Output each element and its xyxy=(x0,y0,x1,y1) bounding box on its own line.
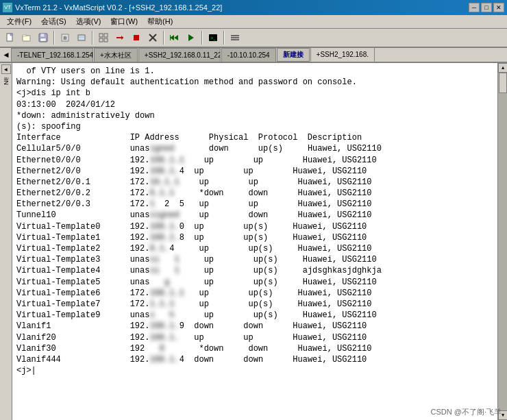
term-line-14: Virtual-Template1 192.168.1.8 up up(s) H… xyxy=(16,232,493,243)
term-line-8: Ethernet2/0/0 192.168.1.4 up up Huawei, … xyxy=(16,166,493,177)
open-button[interactable] xyxy=(19,30,34,45)
term-line-11: Ethernet2/0/0.3 172.1 2 5 up up Huawei, … xyxy=(16,199,493,210)
svg-marker-15 xyxy=(121,36,123,40)
maximize-button[interactable]: □ xyxy=(481,3,492,12)
scroll-thumb[interactable] xyxy=(499,73,507,93)
term-line-0: of VTY users on line is 1. xyxy=(16,66,493,77)
title-bar: VT VxTerm 21.2 - VxMatScript V0.2 - [+SS… xyxy=(0,0,507,15)
term-line-4: *down: administratively down xyxy=(16,110,493,121)
svg-rect-4 xyxy=(40,34,45,37)
tab-10-10[interactable]: -10.10.10.254 xyxy=(221,48,276,62)
tab-ssh2-011[interactable]: +SSH2_192.168.0.11_22(0) xyxy=(138,48,221,62)
tab-shuimu[interactable]: +水木社区 xyxy=(94,48,138,62)
term-line-16: Virtual-Template3 unassi 1 up up(s) Huaw… xyxy=(16,254,493,265)
toolbar-sep-4 xyxy=(201,31,203,45)
sidebar-label[interactable]: iIN xyxy=(3,77,10,85)
menu-options[interactable]: 选项(V) xyxy=(72,16,106,28)
term-line-23: Vlanif20 192.168.1. up up Huawei, USG211… xyxy=(16,332,493,343)
svg-rect-13 xyxy=(104,38,108,42)
term-line-9: Ethernet2/0/0.1 172.16.1.1 up up Huawei,… xyxy=(16,177,493,188)
term-line-10: Ethernet2/0/0.2 172.6.1.1 *down down Hua… xyxy=(16,188,493,199)
title-controls: ─ □ ✕ xyxy=(469,3,504,12)
tab-new-conn[interactable]: 新建接 xyxy=(277,48,310,62)
toolbar-stop[interactable] xyxy=(129,30,144,45)
term-line-1: Warning: Using default authentication me… xyxy=(16,77,493,88)
term-line-prompt: <j>| xyxy=(16,365,493,376)
menu-window[interactable]: 窗口(W) xyxy=(106,16,142,28)
term-line-15: Virtual-Template2 192.8.1.4 up up(s) Hua… xyxy=(16,243,493,254)
svg-rect-8 xyxy=(78,35,85,40)
toolbar-grid-btn[interactable] xyxy=(96,30,111,45)
svg-rect-27 xyxy=(231,39,239,40)
svg-rect-26 xyxy=(231,37,239,38)
term-line-17: Virtual-Template4 unassi 1 up up(s) ajds… xyxy=(16,265,493,276)
term-line-12: Tunnel10 unassigned up down Huawei, USG2… xyxy=(16,210,493,221)
svg-marker-22 xyxy=(188,34,194,41)
term-line-2: <j>dis ip int b xyxy=(16,88,493,99)
app-icon: VT xyxy=(3,3,12,12)
svg-rect-5 xyxy=(40,38,46,41)
term-line-22: Vlanif1 192.168.1.9 down down Huawei, US… xyxy=(16,321,493,332)
term-line-header: Interface IP Address Physical Protocol D… xyxy=(16,132,493,143)
toolbar-sep-3 xyxy=(163,31,164,45)
svg-rect-2 xyxy=(23,35,26,36)
scroll-track[interactable] xyxy=(498,73,507,410)
save-button[interactable] xyxy=(36,30,51,45)
svg-text:⊞: ⊞ xyxy=(64,35,67,41)
window-title: VxTerm 21.2 - VxMatScript V0.2 - [+SSH2_… xyxy=(15,3,222,12)
svg-rect-21 xyxy=(170,35,171,40)
toolbar-sep-1 xyxy=(53,31,55,45)
sidebar-arrow-up[interactable]: ◄ xyxy=(1,64,11,74)
svg-rect-12 xyxy=(99,38,103,42)
term-line-25: Vlanif444 192.168.1.4 down down Huawei, … xyxy=(16,354,493,365)
svg-marker-19 xyxy=(174,35,178,40)
term-line-13: Virtual-Template0 192.168.1.0 up up(s) H… xyxy=(16,221,493,232)
tab-telnet[interactable]: -TELNET_192.168.1.254_23(0) xyxy=(11,48,93,62)
toolbar-sep-2 xyxy=(92,31,93,45)
main-area: ◄ iIN of VTY users on line is 1. Warning… xyxy=(0,63,507,420)
svg-text:>_: >_ xyxy=(210,36,217,41)
svg-rect-25 xyxy=(231,35,239,36)
toolbar: ⊞ >_ xyxy=(0,29,507,48)
new-button[interactable] xyxy=(3,30,18,45)
close-button[interactable]: ✕ xyxy=(493,3,504,12)
svg-rect-11 xyxy=(104,34,108,37)
term-line-21: Virtual-Template9 unass h up up(s) Huawe… xyxy=(16,310,493,321)
term-line-20: Virtual-Template7 172.1.1.1 up up(s) Hua… xyxy=(16,299,493,310)
toolbar-btn-b[interactable] xyxy=(74,30,89,45)
toolbar-btn-a[interactable]: ⊞ xyxy=(58,30,73,45)
term-line-24: Vlanif30 192 8 *down down Huawei, USG211… xyxy=(16,343,493,354)
minimize-button[interactable]: ─ xyxy=(469,3,480,12)
menu-help[interactable]: 帮助(H) xyxy=(143,16,177,28)
term-line-5: (s): spoofing xyxy=(16,121,493,132)
toolbar-play[interactable] xyxy=(184,30,199,45)
toolbar-disconnect[interactable] xyxy=(112,30,127,45)
svg-rect-16 xyxy=(134,35,139,40)
toolbar-terminal[interactable]: >_ xyxy=(206,30,221,45)
terminal-area[interactable]: of VTY users on line is 1. Warning: Usin… xyxy=(12,63,497,420)
term-line-19: Virtual-Template6 172.168.1.1 up up(s) H… xyxy=(16,288,493,299)
left-sidebar: ◄ iIN xyxy=(0,63,12,420)
term-line-7: Ethernet0/0/0 192.168.1.1 up up Huawei, … xyxy=(16,155,493,166)
menu-bar: 文件(F) 会话(S) 选项(V) 窗口(W) 帮助(H) xyxy=(0,15,507,29)
term-line-3: 03:13:00 2024/01/12 xyxy=(16,99,493,110)
menu-session[interactable]: 会话(S) xyxy=(37,16,71,28)
title-bar-left: VT VxTerm 21.2 - VxMatScript V0.2 - [+SS… xyxy=(3,3,222,12)
tab-scroll-left[interactable]: ◄ xyxy=(1,49,11,62)
toolbar-sep-5 xyxy=(223,31,225,45)
tab-ssh2-active[interactable]: +SSH2_192.168. xyxy=(310,48,375,62)
toolbar-more[interactable] xyxy=(227,30,243,45)
term-line-18: Virtual-Template5 unas g up up(s) Huawei… xyxy=(16,277,493,288)
svg-rect-10 xyxy=(99,34,103,37)
toolbar-play-back[interactable] xyxy=(167,30,182,45)
term-line-6: Cellular5/0/0 unasigned down up(s) Huawe… xyxy=(16,143,493,154)
toolbar-x[interactable] xyxy=(145,30,160,45)
watermark: CSDN @不了阁·飞羊 xyxy=(431,407,502,417)
terminal-scrollbar: ▲ ▼ xyxy=(497,63,507,420)
tab-bar: ◄ -TELNET_192.168.1.254_23(0) +水木社区 +SSH… xyxy=(0,48,507,63)
menu-file[interactable]: 文件(F) xyxy=(3,16,36,28)
scroll-up-btn[interactable]: ▲ xyxy=(498,63,507,73)
